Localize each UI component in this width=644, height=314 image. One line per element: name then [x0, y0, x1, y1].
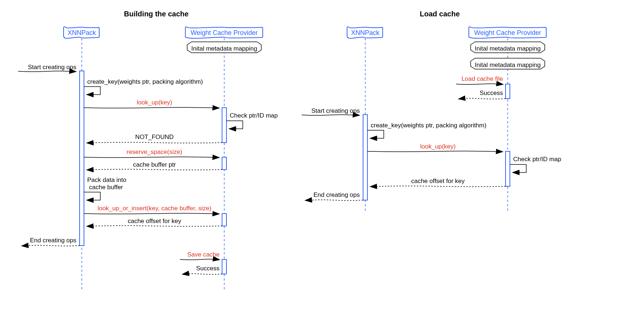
left-msg-lookup: look_up(key)	[137, 99, 172, 106]
right-participant-b: Weight Cache Provider	[469, 27, 546, 39]
left-participant-a: XNNPack	[64, 27, 99, 39]
left-msg-bufptr: cache buffer ptr	[133, 161, 176, 168]
left-msg-offset: cache offset for key	[128, 218, 181, 224]
right-activation-a	[363, 115, 367, 200]
left-activation-b3	[222, 214, 226, 226]
right-msg-lookup: look_up(key)	[420, 143, 455, 150]
left-msg-end: End creating ops	[30, 237, 76, 244]
right-participant-a: XNNPack	[347, 27, 383, 39]
left-activation-b1	[222, 108, 226, 143]
left-participant-b: Weight Cache Provider	[185, 27, 263, 39]
left-diagram: Building the cache XNNPack Weight Cache …	[18, 10, 278, 291]
right-msg-offset: cache offset for key	[411, 178, 465, 184]
left-msg-notfound: NOT_FOUND	[135, 134, 174, 140]
left-msg-create-key: create_key(weights ptr, packing algorith…	[87, 78, 203, 85]
right-note-metadata-1-text: Inital metadata mapping	[475, 45, 540, 52]
right-title: Load cache	[420, 10, 460, 18]
right-activation-b1	[506, 151, 510, 186]
right-msg-create-key: create_key(weights ptr, packing algorith…	[371, 122, 486, 129]
left-note-metadata: Inital metadata mapping	[187, 42, 261, 53]
right-msg-success: Success	[480, 90, 503, 96]
left-participant-b-label: Weight Cache Provider	[191, 29, 258, 36]
left-participant-a-label: XNNPack	[68, 29, 96, 36]
right-msg-checkmap: Check ptr/ID map	[513, 156, 561, 163]
left-activation-b2	[222, 157, 226, 170]
right-activation-b-load	[506, 84, 510, 99]
left-msg-pack2: cache buffer	[89, 184, 123, 191]
left-msg-success: Success	[196, 265, 220, 272]
right-diagram: Load cache XNNPack Weight Cache Provider…	[302, 10, 561, 211]
left-note-metadata-text: Inital metadata mapping	[191, 45, 257, 52]
right-note-metadata-2-text: Inital metadata mapping	[475, 61, 540, 68]
right-msg-end: End creating ops	[313, 191, 360, 198]
right-participant-b-label: Weight Cache Provider	[474, 29, 542, 36]
left-msg-insert: look_up_or_insert(key, cache buffer, siz…	[97, 205, 211, 212]
left-msg-reserve: reserve_space(size)	[126, 148, 182, 155]
right-msg-load: Load cache file	[462, 75, 503, 82]
left-msg-save: Save cache	[187, 251, 220, 258]
left-activation-a	[80, 71, 84, 246]
right-note-metadata-2: Inital metadata mapping	[471, 58, 545, 69]
left-msg-checkmap: Check ptr/ID map	[230, 112, 278, 119]
right-participant-a-label: XNNPack	[351, 29, 380, 36]
left-msg-pack1: Pack data into	[87, 176, 126, 183]
left-activation-b4	[222, 259, 226, 274]
left-msg-start: Start creating ops	[28, 64, 76, 71]
right-msg-start: Start creating ops	[311, 107, 360, 114]
right-note-metadata-1: Inital metadata mapping	[471, 42, 545, 53]
left-title: Building the cache	[124, 10, 189, 18]
